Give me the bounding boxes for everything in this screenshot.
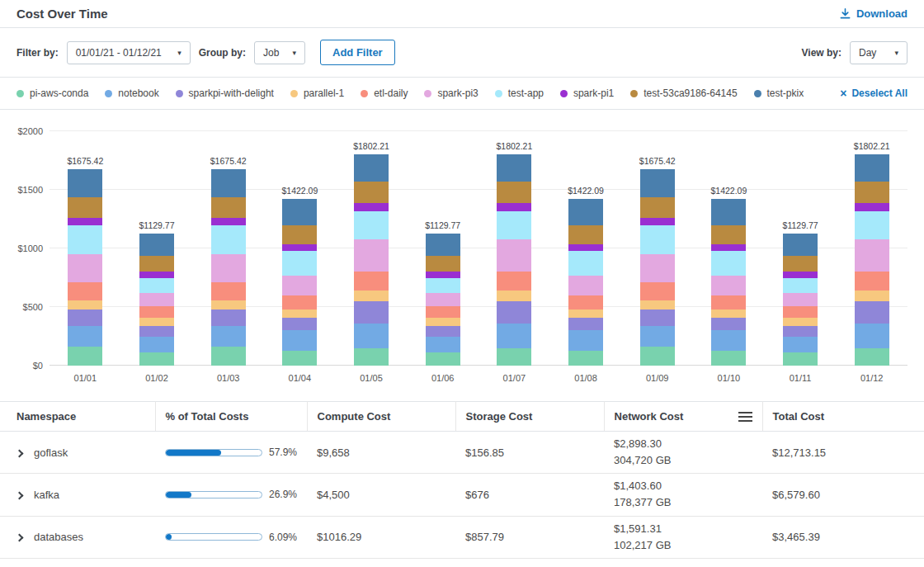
bar-segment[interactable] — [497, 272, 531, 291]
bar-segment[interactable] — [139, 234, 174, 256]
legend-item[interactable]: parallel-1 — [290, 87, 344, 99]
bar-segment[interactable] — [711, 225, 746, 244]
bar-segment[interactable] — [139, 326, 174, 337]
bar-segment[interactable] — [139, 293, 174, 306]
bar-segment[interactable] — [68, 282, 102, 300]
bar-segment[interactable] — [282, 330, 317, 350]
bar-segment[interactable] — [211, 309, 246, 326]
bar-stack[interactable] — [497, 154, 531, 366]
bar-segment[interactable] — [855, 211, 889, 239]
bar-segment[interactable] — [354, 182, 389, 203]
bar-segment[interactable] — [640, 300, 675, 309]
download-button[interactable]: Download — [839, 7, 908, 20]
bar-segment[interactable] — [711, 330, 746, 350]
bar-segment[interactable] — [282, 309, 317, 318]
bar-segment[interactable] — [282, 318, 317, 331]
bar-stack[interactable] — [711, 199, 746, 366]
bar-segment[interactable] — [68, 218, 102, 225]
bar-segment[interactable] — [711, 318, 746, 331]
add-filter-button[interactable]: Add Filter — [320, 40, 395, 65]
bar-segment[interactable] — [783, 306, 818, 318]
bar-segment[interactable] — [497, 203, 531, 211]
bar-segment[interactable] — [139, 318, 174, 326]
bar-segment[interactable] — [426, 256, 460, 272]
bar-segment[interactable] — [354, 272, 389, 291]
bar-segment[interactable] — [354, 324, 389, 348]
bar-segment[interactable] — [568, 251, 603, 276]
legend-item[interactable]: test-pkix — [754, 87, 804, 99]
date-range-select[interactable]: 01/01/21 - 01/12/21 ▾ — [67, 41, 191, 64]
bar-segment[interactable] — [211, 326, 246, 347]
bar-segment[interactable] — [711, 276, 746, 295]
bar-segment[interactable] — [354, 203, 389, 211]
bar-segment[interactable] — [68, 169, 102, 196]
hamburger-menu-icon[interactable] — [738, 412, 752, 422]
bar-segment[interactable] — [497, 348, 531, 366]
bar-segment[interactable] — [783, 352, 818, 366]
bar-segment[interactable] — [640, 254, 675, 282]
bar-segment[interactable] — [568, 309, 603, 318]
bar-segment[interactable] — [354, 239, 389, 272]
legend-item[interactable]: spark-pi3 — [424, 87, 478, 99]
legend-item[interactable]: etl-daily — [361, 87, 408, 99]
bar-segment[interactable] — [211, 197, 246, 219]
bar-segment[interactable] — [426, 234, 460, 256]
bar-segment[interactable] — [640, 326, 675, 347]
expand-chevron-icon[interactable] — [16, 534, 24, 542]
expand-chevron-icon[interactable] — [16, 491, 24, 499]
bar-segment[interactable] — [497, 154, 531, 182]
bar-segment[interactable] — [855, 239, 889, 272]
bar-segment[interactable] — [139, 352, 174, 366]
bar-segment[interactable] — [211, 282, 246, 300]
bar-segment[interactable] — [354, 301, 389, 324]
column-header-storage[interactable]: Storage Cost — [455, 402, 604, 432]
bar-stack[interactable] — [426, 234, 460, 366]
bar-stack[interactable] — [354, 154, 389, 366]
column-header-percent[interactable]: % of Total Costs — [155, 402, 307, 432]
bar-segment[interactable] — [68, 197, 102, 219]
column-header-namespace[interactable]: Namespace — [0, 402, 155, 432]
bar-segment[interactable] — [497, 182, 531, 203]
bar-segment[interactable] — [640, 225, 675, 255]
bar-segment[interactable] — [282, 295, 317, 309]
table-row[interactable]: goflask57.9%$9,658$156.85$2,898.30304,72… — [0, 432, 924, 474]
bar-segment[interactable] — [640, 197, 675, 219]
bar-segment[interactable] — [855, 182, 889, 203]
deselect-all-button[interactable]: × Deselect All — [840, 87, 908, 99]
legend-item[interactable]: test-app — [495, 87, 544, 99]
bar-segment[interactable] — [855, 301, 889, 324]
bar-segment[interactable] — [855, 291, 889, 301]
legend-item[interactable]: notebook — [105, 87, 158, 99]
bar-segment[interactable] — [139, 337, 174, 353]
table-row[interactable]: databases6.09%$1016.29$857.79$1,591.3110… — [0, 516, 924, 558]
bar-segment[interactable] — [855, 348, 889, 366]
bar-segment[interactable] — [855, 154, 889, 182]
bar-segment[interactable] — [68, 309, 102, 326]
column-header-total[interactable]: Total Cost — [762, 402, 924, 432]
bar-segment[interactable] — [68, 300, 102, 309]
bar-stack[interactable] — [211, 169, 246, 366]
bar-stack[interactable] — [568, 199, 603, 366]
bar-segment[interactable] — [711, 351, 746, 366]
bar-segment[interactable] — [139, 272, 174, 277]
bar-segment[interactable] — [783, 337, 818, 353]
bar-segment[interactable] — [783, 293, 818, 306]
bar-segment[interactable] — [282, 199, 317, 225]
bar-segment[interactable] — [497, 291, 531, 301]
bar-segment[interactable] — [640, 169, 675, 196]
bar-segment[interactable] — [855, 324, 889, 348]
bar-segment[interactable] — [354, 154, 389, 182]
bar-segment[interactable] — [711, 251, 746, 276]
bar-stack[interactable] — [855, 154, 889, 366]
bar-segment[interactable] — [568, 276, 603, 295]
bar-segment[interactable] — [711, 295, 746, 309]
bar-stack[interactable] — [68, 169, 102, 366]
bar-segment[interactable] — [640, 218, 675, 225]
bar-segment[interactable] — [282, 276, 317, 295]
bar-segment[interactable] — [68, 326, 102, 347]
bar-segment[interactable] — [282, 351, 317, 366]
bar-segment[interactable] — [783, 326, 818, 337]
bar-segment[interactable] — [139, 256, 174, 272]
bar-segment[interactable] — [68, 347, 102, 366]
bar-segment[interactable] — [68, 225, 102, 255]
